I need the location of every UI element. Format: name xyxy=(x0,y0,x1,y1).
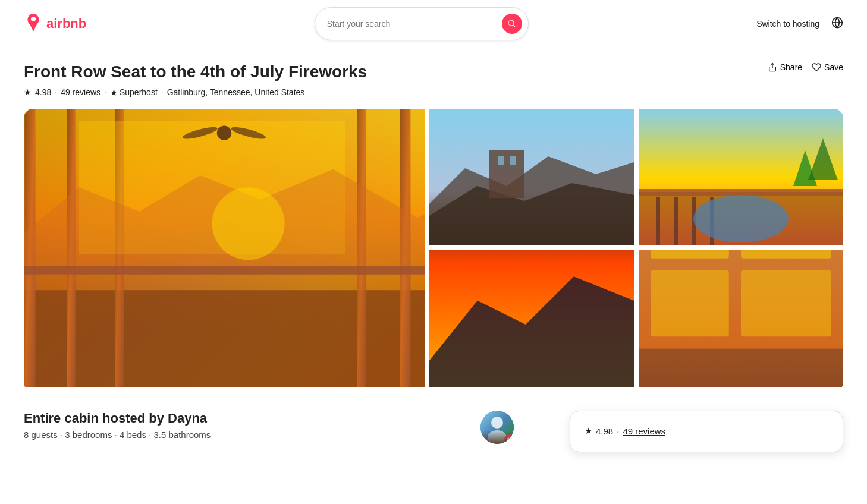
bottom-section: Entire cabin hosted by Dayna 8 guests · … xyxy=(24,411,843,476)
host-title: Entire cabin hosted by Dayna xyxy=(24,411,211,426)
svg-rect-10 xyxy=(24,266,425,275)
reviews-link[interactable]: 49 reviews xyxy=(61,87,100,97)
svg-point-60 xyxy=(491,417,503,429)
search-button[interactable] xyxy=(502,14,522,34)
switch-to-hosting-link[interactable]: Switch to hosting xyxy=(756,19,819,29)
svg-rect-37 xyxy=(741,250,831,259)
booking-card: ★ 4.98 · 49 reviews xyxy=(570,411,843,452)
host-info-row: Entire cabin hosted by Dayna 8 guests · … xyxy=(24,411,522,452)
card-dot: · xyxy=(617,426,619,436)
superhost-icon xyxy=(110,89,118,96)
svg-rect-36 xyxy=(651,250,729,259)
svg-rect-38 xyxy=(651,270,729,336)
svg-rect-20 xyxy=(489,150,524,198)
svg-rect-26 xyxy=(656,197,660,245)
logo-text: airbnb xyxy=(46,16,86,32)
svg-point-16 xyxy=(212,187,285,260)
meta-actions: Share Save xyxy=(768,62,843,72)
host-details: 8 guests · 3 bedrooms · 4 beds · 3.5 bat… xyxy=(24,430,211,440)
card-star-icon: ★ xyxy=(585,426,592,436)
share-button[interactable]: Share xyxy=(768,62,802,72)
star-icon: ★ xyxy=(24,87,32,97)
search-input[interactable] xyxy=(327,19,495,29)
main-photo[interactable] xyxy=(24,109,425,387)
svg-rect-40 xyxy=(639,349,843,387)
header-right: Switch to hosting xyxy=(756,17,843,31)
svg-rect-27 xyxy=(674,197,678,245)
superhost-badge: Superhost xyxy=(110,87,158,97)
photo-mid-left[interactable] xyxy=(429,250,634,387)
listing-info-left: Entire cabin hosted by Dayna 8 guests · … xyxy=(24,411,211,440)
svg-rect-21 xyxy=(498,156,504,165)
search-icon xyxy=(507,19,517,29)
search-bar[interactable] xyxy=(315,7,529,40)
main-content: Front Row Seat to the 4th of July Firewo… xyxy=(0,48,867,476)
header: airbnb Switch to hosting xyxy=(0,0,867,48)
dot-separator: · xyxy=(55,87,57,97)
superhost-label: Superhost xyxy=(120,87,158,97)
svg-point-12 xyxy=(217,125,231,140)
dot-separator-2: · xyxy=(104,87,106,97)
logo[interactable]: airbnb xyxy=(24,13,86,34)
globe-icon[interactable] xyxy=(831,17,843,31)
host-badge xyxy=(504,434,514,444)
svg-point-61 xyxy=(488,430,507,444)
listing-info: Entire cabin hosted by Dayna 8 guests · … xyxy=(24,411,522,452)
dot-separator-3: · xyxy=(161,87,164,97)
location-link[interactable]: Gatlinburg, Tennessee, United States xyxy=(167,87,305,97)
rating-value: 4.98 xyxy=(35,87,51,97)
heart-icon xyxy=(812,62,821,72)
card-reviews-link[interactable]: 49 reviews xyxy=(623,426,665,436)
svg-rect-22 xyxy=(510,156,516,165)
photo-top-middle[interactable] xyxy=(429,109,634,245)
photo-top-right[interactable] xyxy=(639,109,843,245)
listing-title: Front Row Seat to the 4th of July Firewo… xyxy=(24,62,367,81)
card-rating-value: 4.98 xyxy=(596,426,613,436)
svg-rect-39 xyxy=(741,270,831,336)
listing-meta: ★ 4.98 · 49 reviews · Superhost · Gatlin… xyxy=(24,87,367,97)
airbnb-logo-icon xyxy=(24,13,43,34)
svg-point-30 xyxy=(693,195,789,242)
host-avatar-container xyxy=(480,411,522,452)
photo-grid: Show all photos xyxy=(24,109,843,392)
booking-card-rating: ★ 4.98 · 49 reviews xyxy=(585,426,828,436)
share-icon xyxy=(768,62,777,72)
host-avatar xyxy=(480,411,514,444)
save-button[interactable]: Save xyxy=(812,62,843,72)
listing-header-row: Front Row Seat to the 4th of July Firewo… xyxy=(24,62,843,109)
photo-mid-right[interactable] xyxy=(639,250,843,387)
